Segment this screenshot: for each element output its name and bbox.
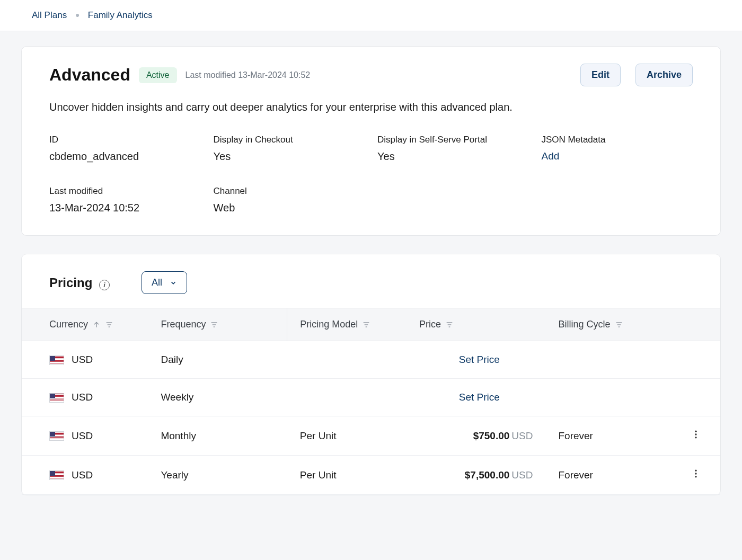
edit-button[interactable]: Edit — [580, 64, 621, 86]
flag-us-icon — [49, 393, 64, 403]
price-amount: $750.00 — [473, 430, 510, 441]
table-row: USDDailySet Price — [22, 341, 720, 379]
currency-code: USD — [72, 469, 93, 481]
chevron-down-icon — [170, 279, 177, 287]
pricing-card: Pricing i All Currency — [21, 254, 721, 495]
detail-id: ID cbdemo_advanced — [49, 135, 201, 163]
filter-icon — [362, 321, 370, 329]
billing-cycle-cell: Forever — [545, 456, 671, 495]
pricing-model-cell: Per Unit — [287, 416, 413, 456]
currency-cell: USD — [22, 341, 154, 379]
flag-us-icon — [49, 470, 64, 480]
price-cell: $750.00USD — [413, 416, 545, 456]
last-modified-header: Last modified 13-Mar-2024 10:52 — [186, 70, 311, 80]
plan-title: Advanced — [49, 65, 130, 85]
flag-us-icon — [49, 355, 64, 365]
price-amount: $7,500.00 — [465, 469, 510, 481]
pricing-filter-dropdown[interactable]: All — [142, 271, 187, 294]
table-row: USDYearlyPer Unit$7,500.00USDForever — [22, 456, 720, 495]
detail-lastmod-label: Last modified — [49, 186, 201, 197]
filter-icon — [615, 321, 623, 329]
row-actions-button[interactable] — [691, 468, 701, 479]
detail-jsonmeta-label: JSON Metadata — [542, 135, 693, 145]
svg-point-20 — [695, 473, 696, 474]
detail-lastmod-value: 13-Mar-2024 10:52 — [49, 202, 201, 214]
frequency-cell: Monthly — [154, 416, 287, 456]
filter-icon — [105, 321, 113, 329]
price-currency: USD — [511, 469, 533, 481]
column-header-price[interactable]: Price — [413, 308, 545, 341]
set-price-link[interactable]: Set Price — [294, 392, 665, 403]
table-row: USDWeeklySet Price — [22, 379, 720, 416]
sort-asc-icon — [92, 321, 101, 329]
detail-selfserve-label: Display in Self-Serve Portal — [377, 135, 529, 145]
pricing-model-cell: Per Unit — [287, 456, 413, 495]
svg-point-16 — [695, 431, 696, 432]
column-header-frequency[interactable]: Frequency — [154, 308, 287, 341]
column-header-billing-cycle[interactable]: Billing Cycle — [545, 308, 671, 341]
detail-checkout-label: Display in Checkout — [214, 135, 365, 145]
actions-cell — [672, 416, 720, 456]
table-row: USDMonthlyPer Unit$750.00USDForever — [22, 416, 720, 456]
svg-point-18 — [695, 437, 696, 438]
detail-display-selfserve: Display in Self-Serve Portal Yes — [377, 135, 529, 163]
detail-checkout-value: Yes — [214, 150, 365, 163]
pricing-filter-label: All — [152, 277, 162, 288]
billing-cycle-cell: Forever — [545, 416, 671, 456]
flag-us-icon — [49, 431, 64, 441]
actions-cell — [672, 341, 720, 379]
svg-point-21 — [695, 476, 696, 477]
more-vertical-icon — [691, 429, 701, 440]
svg-point-19 — [695, 470, 696, 472]
filter-icon — [445, 321, 454, 329]
set-price-link[interactable]: Set Price — [294, 354, 665, 366]
plan-description: Uncover hidden insights and carry out de… — [49, 101, 693, 113]
breadcrumb-separator-icon: • — [75, 10, 80, 21]
currency-code: USD — [72, 392, 93, 403]
info-icon[interactable]: i — [99, 280, 110, 290]
detail-selfserve-value: Yes — [377, 150, 529, 163]
detail-last-modified: Last modified 13-Mar-2024 10:52 — [49, 186, 201, 214]
column-header-pricing-model[interactable]: Pricing Model — [287, 308, 413, 341]
set-price-cell: Set Price — [287, 341, 672, 379]
actions-cell — [672, 379, 720, 416]
currency-code: USD — [72, 354, 93, 365]
archive-button[interactable]: Archive — [635, 64, 693, 86]
column-header-actions — [672, 308, 720, 341]
detail-channel-label: Channel — [214, 186, 365, 197]
detail-channel: Channel Web — [214, 186, 365, 214]
set-price-cell: Set Price — [287, 379, 672, 416]
plan-detail-card: Advanced Active Last modified 13-Mar-202… — [21, 46, 721, 236]
status-badge: Active — [139, 67, 177, 83]
currency-cell: USD — [22, 379, 154, 416]
breadcrumb: All Plans • Family Analytics — [32, 10, 710, 21]
currency-cell: USD — [22, 416, 154, 456]
detail-display-checkout: Display in Checkout Yes — [214, 135, 365, 163]
currency-code: USD — [72, 430, 93, 441]
frequency-cell: Yearly — [154, 456, 287, 495]
price-currency: USD — [511, 430, 533, 441]
svg-point-17 — [695, 433, 696, 435]
actions-cell — [672, 456, 720, 495]
frequency-cell: Weekly — [154, 379, 287, 416]
breadcrumb-root[interactable]: All Plans — [32, 10, 67, 21]
column-header-currency[interactable]: Currency — [22, 308, 154, 341]
detail-json-metadata: JSON Metadata Add — [542, 135, 693, 163]
pricing-table: Currency Frequency — [22, 308, 720, 495]
detail-id-value: cbdemo_advanced — [49, 150, 201, 163]
detail-id-label: ID — [49, 135, 201, 145]
more-vertical-icon — [691, 468, 701, 479]
price-cell: $7,500.00USD — [413, 456, 545, 495]
filter-icon — [210, 321, 218, 329]
frequency-cell: Daily — [154, 341, 287, 379]
row-actions-button[interactable] — [691, 429, 701, 440]
breadcrumb-current: Family Analytics — [88, 10, 153, 21]
detail-channel-value: Web — [214, 202, 365, 214]
breadcrumb-bar: All Plans • Family Analytics — [0, 0, 742, 31]
pricing-title: Pricing i — [49, 275, 110, 290]
json-metadata-add-link[interactable]: Add — [542, 150, 693, 162]
currency-cell: USD — [22, 456, 154, 495]
